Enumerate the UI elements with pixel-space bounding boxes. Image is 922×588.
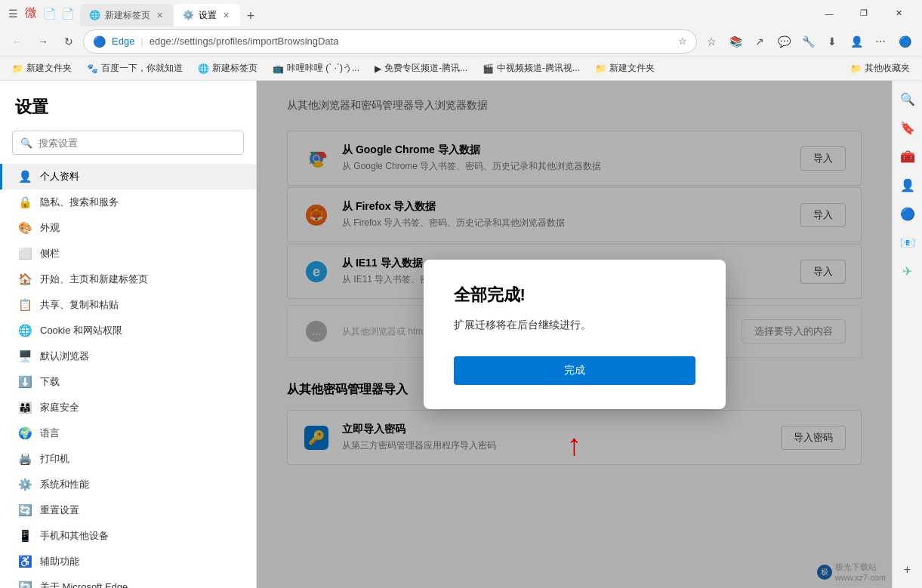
maximize-button[interactable]: ❐ [846,0,881,26]
share-icon[interactable]: ↗ [748,30,771,53]
sidebar-item-about[interactable]: 🔄 关于 Microsoft Edge [0,574,256,588]
rs-translate-icon[interactable]: ✈ [896,259,920,283]
tencent2-icon: 🎬 [483,63,494,74]
sidebar-item-default[interactable]: 🖥️ 默认浏览器 [0,343,256,369]
sidebar-item-appearance[interactable]: 🎨 外观 [0,215,256,241]
sidebar-item-mobile[interactable]: 📱 手机和其他设备 [0,523,256,549]
tab-new-label: 新建标签页 [105,9,150,22]
folder2-icon: 📁 [595,63,606,74]
sidebar-item-share[interactable]: 📋 共享、复制和粘贴 [0,292,256,318]
bookmark-tencent1[interactable]: ▶ 免费专区频道-腾讯... [368,60,473,76]
system-nav-icon: ⚙️ [17,478,32,491]
new-tab-button[interactable]: + [240,5,261,26]
more-button[interactable]: ⋯ [869,30,892,53]
modal-overlay: 全部完成! 扩展迁移将在后台继续进行。 完成 ↑ [257,81,892,588]
bookmark-label: 百度一下，你就知道 [101,62,183,75]
nav-label: 关于 Microsoft Edge [40,580,128,588]
folder-icon: 📁 [12,63,23,74]
menu-icon[interactable]: ☰ [6,7,20,20]
collections-icon[interactable]: 📚 [724,30,747,53]
sidebar-item-cookies[interactable]: 🌐 Cookie 和网站权限 [0,318,256,343]
share-nav-icon: 📋 [17,298,32,312]
sidebar-item-profile[interactable]: 👤 个人资料 [0,164,256,189]
bookmark-label: 中视频频道-腾讯视... [497,62,580,75]
titlebar-left: ☰ 微 📄 📄 [6,7,74,20]
others-icon: 📁 [850,63,862,74]
bookmark-others[interactable]: 📁 其他收藏夹 [844,60,916,76]
sidebar-item-downloads[interactable]: ⬇️ 下载 [0,369,256,395]
bookmark-bilibili[interactable]: 📺 咔哩咔哩 (` ·´)う... [267,60,365,76]
bookmark-baidu[interactable]: 🐾 百度一下，你就知道 [81,60,189,76]
weibo-icon[interactable]: 微 [24,7,38,20]
modal-dialog: 全部完成! 扩展迁移将在后台继续进行。 完成 ↑ [424,260,726,409]
rs-favorites-icon[interactable]: 🔖 [896,115,920,140]
toolbar-right: ☆ 📚 ↗ 💬 🔧 ⬇ 👤 ⋯ 🔵 [700,30,916,53]
forward-button[interactable]: → [32,30,54,53]
settings-search-box[interactable]: 🔍 [12,131,244,155]
settings-search-input[interactable] [39,137,236,149]
edge-label: Edge [112,35,134,47]
privacy-nav-icon: 🔒 [17,195,32,209]
rs-outlook-icon[interactable]: 📧 [896,230,920,254]
address-text: edge://settings/profiles/importBrowsingD… [150,35,672,47]
favorites-icon[interactable]: ☆ [700,30,723,53]
rs-edge-ai-icon[interactable]: 🔵 [896,202,920,226]
tencent1-icon: ▶ [375,63,381,74]
address-separator: | [140,35,143,47]
bookmark-folder-1[interactable]: 📁 新建文件夹 [6,60,78,76]
profile-icon[interactable]: 👤 [845,30,868,53]
tab-settings-label: 设置 [199,9,217,22]
default-nav-icon: 🖥️ [17,349,32,363]
tab-new-close[interactable]: ✕ [155,9,165,22]
minimize-button[interactable]: — [812,0,846,26]
sidebar-item-reset[interactable]: 🔄 重置设置 [0,497,256,523]
cookies-nav-icon: 🌐 [17,324,32,337]
tab-settings-close[interactable]: ✕ [221,9,231,22]
downloads-nav-icon: ⬇️ [17,375,32,389]
red-arrow-indicator: ↑ [567,428,582,462]
accessibility-nav-icon: ♿ [17,555,32,568]
sidebar-item-start[interactable]: 🏠 开始、主页和新建标签页 [0,266,256,292]
tab-settings[interactable]: ⚙️ 设置 ✕ [174,4,240,26]
nav-label: 打印机 [40,452,69,466]
toolbar: ← → ↻ 🔵 Edge | edge://settings/profiles/… [0,26,922,57]
nav-label: Cookie 和网站权限 [40,324,122,337]
sidebar-item-print[interactable]: 🖨️ 打印机 [0,446,256,472]
refresh-button[interactable]: ↻ [57,30,80,53]
bookmark-newtab[interactable]: 🌐 新建标签页 [192,60,264,76]
sidebar-item-system[interactable]: ⚙️ 系统和性能 [0,472,256,497]
nav-label: 默认浏览器 [40,349,89,363]
search-icon: 🔍 [20,137,32,149]
rs-profile-icon[interactable]: 👤 [896,173,920,197]
rs-toolkit-icon[interactable]: 🧰 [896,144,920,168]
print-nav-icon: 🖨️ [17,452,32,466]
bookmark-tencent2[interactable]: 🎬 中视频频道-腾讯视... [476,60,586,76]
nav-label: 家庭安全 [40,401,79,414]
mobile-nav-icon: 📱 [17,529,32,543]
rs-search-icon[interactable]: 🔍 [896,87,920,111]
sidebar-item-family[interactable]: 👨‍👩‍👧 家庭安全 [0,395,256,420]
sidebar-item-privacy[interactable]: 🔒 隐私、搜索和服务 [0,189,256,215]
sidebar-item-accessibility[interactable]: ♿ 辅助功能 [0,549,256,574]
tab-new[interactable]: 🌐 新建标签页 ✕ [80,4,174,26]
nav-label: 侧栏 [40,247,60,260]
sidebar-item-sidebar[interactable]: ⬜ 侧栏 [0,241,256,266]
close-button[interactable]: ✕ [881,0,916,26]
star-icon[interactable]: ☆ [678,35,687,47]
titlebar-controls: — ❐ ✕ [812,0,916,26]
rs-add-icon[interactable]: + [896,558,920,582]
download-icon[interactable]: ⬇ [821,30,843,53]
settings-icon[interactable]: 🔧 [797,30,819,53]
bilibili-icon: 📺 [273,63,284,74]
edge-ai-button[interactable]: 🔵 [893,30,916,53]
address-bar[interactable]: 🔵 Edge | edge://settings/profiles/import… [83,29,697,54]
titlebar: ☰ 微 📄 📄 🌐 新建标签页 ✕ ⚙️ 设置 ✕ + — ❐ ✕ [0,0,922,26]
bookmark-folder-2[interactable]: 📁 新建文件夹 [589,60,661,76]
start-nav-icon: 🏠 [17,272,32,286]
back-button[interactable]: ← [6,30,29,53]
modal-title: 全部完成! [454,284,695,306]
sidebar-item-language[interactable]: 🌍 语言 [0,420,256,446]
feedback-icon[interactable]: 💬 [772,30,795,53]
modal-done-button[interactable]: 完成 [454,356,695,385]
modal-text: 扩展迁移将在后台继续进行。 [454,319,695,332]
